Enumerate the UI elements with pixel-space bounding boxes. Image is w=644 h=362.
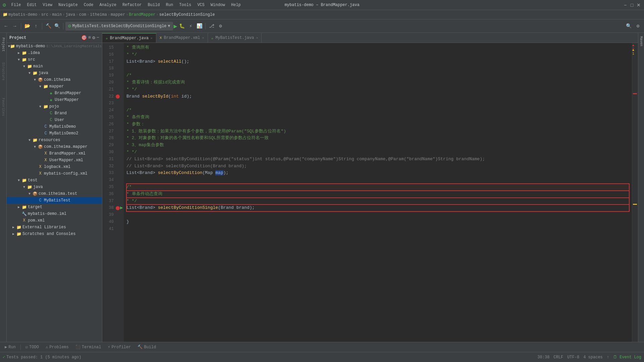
- event-log-btn[interactable]: 🗒 Event Log: [613, 355, 641, 360]
- encoding-indicator[interactable]: UTF-8: [567, 355, 579, 360]
- tab-close-icon[interactable]: ✕: [202, 36, 204, 40]
- maven-btn[interactable]: Maven: [639, 34, 644, 48]
- tree-item-ext-libs[interactable]: ▶ 📁 External Libraries: [7, 224, 102, 231]
- tree-item-mybatisdemo[interactable]: C MyBatisDemo: [7, 123, 102, 130]
- run-tab-btn[interactable]: ▶ Run: [3, 344, 18, 350]
- menu-edit[interactable]: Edit: [24, 2, 39, 8]
- tree-item-brandmapperxml[interactable]: X BrandMapper.xml: [7, 150, 102, 157]
- search-icon[interactable]: 🔍: [53, 22, 61, 30]
- tree-item-mybatistest[interactable]: C MyBatisTest: [7, 197, 102, 204]
- menu-code[interactable]: Code: [81, 2, 96, 8]
- menu-navigate[interactable]: Navigate: [56, 2, 80, 8]
- tree-item-test[interactable]: ▼ 📁 test: [7, 177, 102, 184]
- build-tab-label: Build: [144, 345, 156, 350]
- bc-2[interactable]: main: [52, 12, 62, 17]
- forward-icon[interactable]: →: [11, 22, 19, 30]
- line-col-indicator[interactable]: 38:38: [537, 355, 549, 360]
- bc-7[interactable]: BrandMapper: [129, 12, 155, 17]
- tree-item-logback[interactable]: X logback.xml: [7, 164, 102, 170]
- collapse-icon[interactable]: ≡: [88, 35, 91, 41]
- tree-item-iml[interactable]: 🔧 mybatis-demo.iml: [7, 210, 102, 217]
- bc-8[interactable]: selectByConditionSingle: [159, 12, 215, 17]
- menu-build[interactable]: Build: [145, 2, 163, 8]
- git-icon[interactable]: ⎇: [208, 22, 216, 30]
- build-icon[interactable]: 🔨: [44, 22, 52, 30]
- vcs-icon[interactable]: ↑: [32, 22, 40, 30]
- project-tab-btn[interactable]: Project: [1, 36, 6, 54]
- sidebar-settings-icon[interactable]: ⚙: [92, 35, 95, 41]
- gear-icon[interactable]: ⚙: [634, 22, 642, 30]
- tree-item-pkg[interactable]: ▼ 📦 com.itheima: [7, 76, 102, 83]
- bc-4[interactable]: com: [79, 12, 86, 17]
- run-configuration[interactable]: ⚙ MyBatisTest.testSelectByConditionSingl…: [65, 22, 173, 31]
- tree-item-java[interactable]: ▼ 📁 java: [7, 70, 102, 76]
- menu-tools[interactable]: Tools: [176, 2, 194, 8]
- structure-btn[interactable]: Structure: [1, 60, 6, 82]
- upload-icon[interactable]: ↑: [607, 355, 609, 360]
- bc-0[interactable]: mybatis-demo: [8, 12, 37, 17]
- tree-item-brand[interactable]: C Brand: [7, 110, 102, 117]
- tree-item-resources[interactable]: ▼ 📁 resources: [7, 137, 102, 143]
- close-button[interactable]: ✕: [636, 2, 641, 8]
- menu-vcs[interactable]: VCS: [195, 2, 207, 8]
- tab-brandmapper-xml[interactable]: X BrandMapper.xml ✕: [156, 33, 208, 43]
- tree-item-usermapperxml[interactable]: X UserMapper.xml: [7, 157, 102, 164]
- tree-item-brandmapper[interactable]: ◈ BrandMapper: [7, 90, 102, 97]
- tree-item-mapper[interactable]: ▼ 📁 mapper: [7, 83, 102, 90]
- menu-analyze[interactable]: Analyze: [97, 2, 119, 8]
- indent-indicator[interactable]: 4 spaces: [583, 355, 603, 360]
- tree-item-idea[interactable]: ▶ 📁 .idea: [7, 50, 102, 56]
- tree-item-usermapper[interactable]: ◈ UserMapper: [7, 97, 102, 103]
- problems-tab-btn[interactable]: ⚠ Problems: [44, 344, 71, 350]
- sidebar-hide-icon[interactable]: −: [97, 35, 99, 41]
- coverage-icon[interactable]: ⚡: [186, 22, 195, 30]
- minimize-button[interactable]: −: [623, 2, 628, 8]
- tree-item-main[interactable]: ▼ 📁 main: [7, 63, 102, 70]
- tree-item-user[interactable]: C User: [7, 117, 102, 123]
- bc-5[interactable]: itheima: [90, 12, 107, 17]
- folder-icon: 📁: [32, 70, 38, 76]
- menu-refactor[interactable]: Refactor: [120, 2, 145, 8]
- tree-item-mybatisdemo2[interactable]: C MyBatisDemo2: [7, 130, 102, 137]
- tree-item-mybatisconfig[interactable]: X mybatis-config.xml: [7, 170, 102, 177]
- build-tab-btn[interactable]: 🔨 Build: [136, 344, 158, 350]
- code-editor[interactable]: 1516171819 2021222324 2526272829 3031323…: [102, 43, 638, 342]
- back-icon[interactable]: ←: [2, 22, 10, 30]
- tree-item-test-pkg[interactable]: ▼ 📦 com.itheima.test: [7, 190, 102, 197]
- settings-icon[interactable]: ⚙: [216, 22, 224, 30]
- tree-item-src[interactable]: ▼ 📁 src: [7, 56, 102, 63]
- favorites-btn[interactable]: Favorites: [1, 96, 6, 118]
- bc-1[interactable]: src: [41, 12, 49, 17]
- bc-6[interactable]: mapper: [111, 12, 125, 17]
- menu-file[interactable]: File: [9, 2, 24, 8]
- bc-3[interactable]: java: [65, 12, 75, 17]
- code-content[interactable]: * 查询所有 * */ List<Brand> selectAll(); /* …: [124, 43, 632, 342]
- run-button[interactable]: ▶: [174, 22, 177, 30]
- todo-tab-btn[interactable]: ☑ TODO: [23, 344, 41, 350]
- profiler-tab-btn[interactable]: ⚡ Profiler: [106, 344, 133, 350]
- tab-mybatistest-java[interactable]: ☕ MyBatisTest.java ✕: [208, 33, 262, 43]
- menu-help[interactable]: Help: [228, 2, 244, 8]
- tree-item-target[interactable]: ▶ 📁 target: [7, 204, 102, 210]
- line-sep-indicator[interactable]: CRLF: [553, 355, 563, 360]
- tree-item-root[interactable]: ▼ 📁 mybatis-demo E:\JAVA_LearningMateria…: [7, 43, 102, 50]
- debug-icon[interactable]: 🐛: [178, 22, 186, 30]
- tree-item-test-java[interactable]: ▼ 📁 java: [7, 184, 102, 190]
- tab-brandmapper-java[interactable]: ☕ BrandMapper.java ✕: [102, 33, 156, 43]
- tab-close-icon[interactable]: ✕: [151, 36, 153, 40]
- tab-close-icon[interactable]: ✕: [256, 36, 258, 40]
- tree-item-mapper-pkg[interactable]: ▼ 📦 com.itheima.mapper: [7, 143, 102, 150]
- menu-view[interactable]: View: [40, 2, 55, 8]
- tree-item-pom[interactable]: X pom.xml: [7, 217, 102, 224]
- search-all-icon[interactable]: 🔍: [625, 22, 633, 30]
- run-config-dropdown[interactable]: ▼: [168, 24, 170, 28]
- project-icon-btn[interactable]: 📂: [23, 22, 31, 30]
- locate-icon[interactable]: 🎯: [81, 35, 87, 41]
- profile-icon[interactable]: 📊: [195, 22, 203, 30]
- menu-window[interactable]: Window: [208, 2, 228, 8]
- menu-run[interactable]: Run: [163, 2, 176, 8]
- maximize-button[interactable]: □: [629, 2, 635, 8]
- terminal-tab-btn[interactable]: ⬛ Terminal: [73, 344, 103, 350]
- tree-item-pojo[interactable]: ▼ 📁 pojo: [7, 103, 102, 110]
- tree-item-scratches[interactable]: ▶ 📁 Scratches and Consoles: [7, 231, 102, 237]
